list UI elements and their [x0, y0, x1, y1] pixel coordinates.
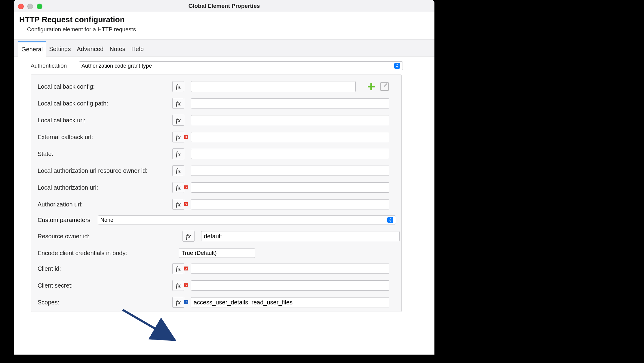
tab-general[interactable]: General	[18, 41, 46, 56]
encode-in-body-select[interactable]: True (Default)	[179, 248, 255, 258]
window-controls	[18, 4, 42, 9]
fx-toggle[interactable]: fx	[172, 98, 184, 109]
fx-toggle[interactable]: fx	[172, 81, 184, 92]
close-window-button[interactable]	[18, 4, 24, 9]
resource-owner-id-label: Resource owner id:	[38, 233, 182, 240]
tab-settings[interactable]: Settings	[46, 41, 74, 56]
authentication-groupbox: Local callback config: fx Local callback…	[31, 75, 402, 312]
local-auth-url-owner-id-label: Local authorization url resource owner i…	[38, 167, 172, 174]
fx-toggle[interactable]: fx	[172, 165, 184, 176]
fx-toggle[interactable]: fx	[172, 132, 184, 142]
fx-toggle[interactable]: fx	[172, 263, 184, 274]
client-id-input[interactable]	[191, 264, 389, 274]
error-icon: x	[184, 135, 188, 139]
tab-notes[interactable]: Notes	[106, 41, 128, 56]
state-label: State:	[38, 151, 172, 157]
zoom-window-button[interactable]	[37, 4, 42, 9]
fx-toggle[interactable]: fx	[182, 231, 195, 242]
add-icon[interactable]	[368, 83, 375, 90]
error-icon: x	[184, 202, 188, 206]
fx-toggle[interactable]: fx	[172, 148, 184, 159]
edit-icon[interactable]	[380, 82, 389, 91]
state-input[interactable]	[191, 149, 389, 159]
updown-icon	[387, 217, 393, 223]
authorization-url-input[interactable]	[191, 199, 389, 209]
client-secret-input[interactable]	[191, 280, 389, 291]
client-secret-label: Client secret:	[38, 282, 172, 289]
external-callback-url-label: External callback url:	[38, 134, 172, 141]
local-callback-config-label: Local callback config:	[38, 83, 172, 90]
local-callback-url-label: Local callback url:	[38, 117, 172, 124]
local-callback-config-path-input[interactable]	[191, 98, 389, 108]
fx-toggle[interactable]: fx	[172, 297, 184, 308]
local-auth-url-input[interactable]	[191, 182, 389, 193]
dialog-window: Global Element Properties HTTP Request c…	[14, 0, 434, 355]
scopes-label: Scopes:	[38, 299, 172, 306]
local-auth-url-owner-id-input[interactable]	[191, 166, 389, 176]
minimize-window-button[interactable]	[27, 4, 33, 9]
fx-toggle[interactable]: fx	[172, 280, 184, 291]
fx-toggle[interactable]: fx	[172, 199, 184, 210]
scopes-input[interactable]	[191, 297, 389, 307]
updown-icon	[394, 63, 400, 69]
local-callback-config-select[interactable]	[191, 81, 356, 92]
local-callback-config-path-label: Local callback config path:	[38, 100, 172, 107]
error-icon: x	[184, 283, 188, 287]
resource-owner-id-input[interactable]	[201, 231, 400, 241]
client-id-label: Client id:	[38, 265, 172, 272]
authentication-label: Authentication	[31, 63, 76, 69]
tab-bar: General Settings Advanced Notes Help	[14, 40, 434, 56]
dialog-header: HTTP Request configuration Configuration…	[14, 12, 434, 40]
local-callback-url-input[interactable]	[191, 115, 389, 125]
custom-parameters-label: Custom parameters	[38, 217, 98, 224]
page-description: Configuration element for a HTTP request…	[27, 26, 429, 33]
tab-advanced[interactable]: Advanced	[74, 41, 106, 56]
error-icon: x	[184, 267, 188, 270]
general-pane: Authentication Authorization code grant …	[14, 56, 434, 319]
info-icon: i	[184, 300, 188, 304]
encode-in-body-value: True (Default)	[182, 250, 217, 256]
custom-parameters-value: None	[100, 217, 113, 223]
error-icon: x	[184, 185, 188, 189]
tab-help[interactable]: Help	[128, 41, 147, 56]
fx-toggle[interactable]: fx	[172, 182, 184, 193]
authentication-value: Authorization code grant type	[81, 63, 152, 69]
authentication-select[interactable]: Authorization code grant type	[79, 61, 403, 70]
external-callback-url-input[interactable]	[191, 132, 389, 142]
window-title: Global Element Properties	[189, 3, 260, 9]
encode-in-body-label: Encode client credentials in body:	[38, 250, 176, 257]
page-title: HTTP Request configuration	[19, 15, 429, 24]
custom-parameters-select[interactable]: None	[98, 215, 396, 224]
authorization-url-label: Authorization url:	[38, 201, 172, 208]
fx-toggle[interactable]: fx	[172, 115, 184, 126]
local-auth-url-label: Local authorization url:	[38, 184, 172, 191]
